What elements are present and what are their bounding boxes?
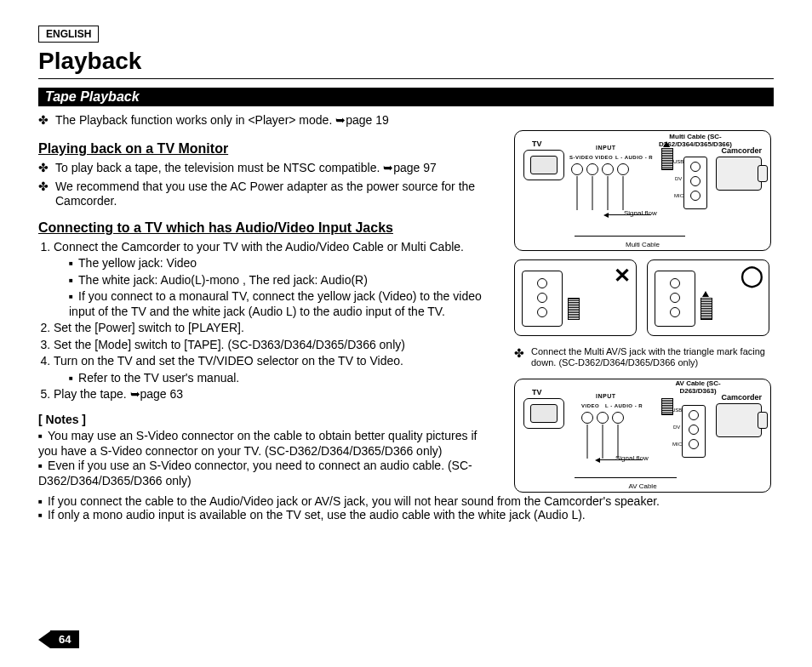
camcorder-icon bbox=[716, 403, 762, 437]
page-number: 64 bbox=[38, 630, 79, 648]
note-item: If you connect the cable to the Audio/Vi… bbox=[38, 494, 774, 508]
step-text: Turn on the TV and set the TV/VIDEO sele… bbox=[54, 354, 403, 368]
mic-label: MIC bbox=[674, 193, 683, 198]
video-label: VIDEO bbox=[595, 155, 613, 160]
step-4: Turn on the TV and set the TV/VIDEO sele… bbox=[54, 354, 499, 385]
triangle-mark-icon bbox=[702, 291, 709, 297]
bullet-icon: ✤ bbox=[38, 161, 50, 176]
right-column: TV Multi Cable (SC-D362/D364/D365/D366) … bbox=[514, 130, 774, 493]
av-plug bbox=[661, 398, 673, 415]
audio-label: L - AUDIO - R bbox=[615, 155, 653, 160]
cable-name: AV Cable bbox=[515, 482, 770, 490]
camcorder-ports bbox=[683, 157, 707, 209]
step1-sublist: The yellow jack: Video The white jack: A… bbox=[54, 256, 499, 319]
svideo-label: S-VIDEO bbox=[569, 155, 593, 160]
diagram-multi-cable: TV Multi Cable (SC-D362/D364/D365/D366) … bbox=[514, 130, 771, 251]
step-2: Set the [Power] switch to [PLAYER]. bbox=[54, 321, 499, 336]
input-label: INPUT bbox=[596, 393, 616, 399]
diagram-av-cable: TV AV Cable (SC-D263/D363) Camcorder INP… bbox=[514, 379, 771, 493]
camcorder-icon bbox=[716, 157, 762, 191]
bullet-icon: ✤ bbox=[38, 180, 50, 209]
bullet-icon: ✤ bbox=[38, 113, 50, 127]
orientation-correct: ◯ bbox=[647, 259, 769, 336]
jack-audio-r bbox=[612, 412, 624, 424]
page-number-value: 64 bbox=[50, 630, 79, 648]
port-panel-icon bbox=[655, 271, 695, 327]
bullet-text: We recommend that you use the AC Power a… bbox=[55, 180, 499, 209]
cable-line bbox=[575, 236, 685, 237]
jack-video bbox=[581, 412, 593, 424]
intro-text: The Playback function works only in <Pla… bbox=[55, 113, 389, 127]
note-item: Even if you use an S-Video connector, yo… bbox=[38, 459, 499, 488]
triangle-mark-icon bbox=[663, 141, 670, 147]
cable-name: Multi Cable bbox=[515, 241, 770, 248]
camcorder-label: Camcorder bbox=[721, 393, 762, 402]
orientation-wrong: ✕ bbox=[514, 259, 637, 336]
jack-audio-l bbox=[597, 412, 609, 424]
bullet-item: ✤ We recommend that you use the AC Power… bbox=[38, 180, 499, 209]
camcorder-label: Camcorder bbox=[721, 146, 762, 155]
step-text: Connect the Camcorder to your TV with th… bbox=[54, 240, 464, 254]
tv-label: TV bbox=[532, 388, 542, 396]
jack-audio-r bbox=[617, 163, 629, 175]
plug-wrong-icon bbox=[568, 298, 580, 320]
tv-label: TV bbox=[532, 140, 542, 148]
audio-label: L - AUDIO - R bbox=[605, 403, 643, 408]
notes-list: You may use an S-Video connector on the … bbox=[38, 429, 499, 488]
subheading-tv-monitor: Playing back on a TV Monitor bbox=[38, 140, 499, 157]
mic-label: MIC bbox=[672, 442, 682, 447]
signal-flow-label: Signal flow bbox=[624, 209, 657, 217]
page-title: Playback bbox=[38, 48, 774, 79]
page-arrow-icon bbox=[38, 631, 50, 648]
step4-sublist: Refer to the TV user's manual. bbox=[54, 371, 499, 386]
tv-icon bbox=[523, 398, 564, 429]
multi-plug bbox=[661, 148, 673, 170]
video-label: VIDEO bbox=[581, 403, 599, 408]
tv-icon bbox=[523, 150, 564, 180]
diagram-orientation: ✕ ◯ bbox=[514, 259, 769, 336]
sub-item: The white jack: Audio(L)-mono , The red … bbox=[69, 273, 499, 288]
sub-item: The yellow jack: Video bbox=[69, 256, 499, 271]
manual-page: ENGLISH Playback Tape Playback ✤ The Pla… bbox=[0, 0, 812, 667]
sub-item: Refer to the TV user's manual. bbox=[69, 371, 499, 386]
section-heading: Tape Playback bbox=[38, 88, 774, 106]
cable-line bbox=[575, 477, 677, 478]
left-column: Playing back on a TV Monitor ✤ To play b… bbox=[38, 130, 499, 493]
step-3: Set the [Mode] switch to [TAPE]. (SC-D36… bbox=[54, 338, 499, 353]
sub-item: If you connect to a monaural TV, connect… bbox=[69, 289, 499, 319]
bullet-item: ✤ To play back a tape, the television mu… bbox=[38, 161, 499, 176]
plug-correct-icon bbox=[700, 298, 712, 320]
x-icon: ✕ bbox=[614, 264, 631, 288]
subheading-connecting: Connecting to a TV which has Audio/Video… bbox=[38, 219, 499, 237]
signal-flow-label: Signal flow bbox=[615, 454, 649, 462]
bullet-text: To play back a tape, the television must… bbox=[55, 161, 437, 176]
note-item: You may use an S-Video connector on the … bbox=[38, 429, 499, 459]
notes-list-wide: If you connect the cable to the Audio/Vi… bbox=[38, 494, 774, 522]
notes-heading: [ Notes ] bbox=[38, 413, 499, 428]
note-item: If only a mono audio input is available … bbox=[38, 508, 774, 522]
port-panel-icon bbox=[522, 271, 563, 327]
jack-audio-l bbox=[602, 163, 614, 175]
dv-label: DV bbox=[675, 176, 682, 181]
jack-svideo bbox=[571, 163, 583, 175]
o-icon: ◯ bbox=[741, 264, 763, 288]
input-label: INPUT bbox=[596, 145, 616, 151]
dv-label: DV bbox=[673, 425, 680, 430]
language-tag: ENGLISH bbox=[38, 26, 99, 43]
camcorder-ports bbox=[682, 405, 706, 458]
step-1: Connect the Camcorder to your TV with th… bbox=[54, 240, 499, 320]
jack-video bbox=[586, 163, 598, 175]
intro-line: ✤ The Playback function works only in <P… bbox=[38, 113, 774, 127]
orientation-note: ✤ Connect the Multi AV/S jack with the t… bbox=[514, 346, 769, 368]
steps-list: Connect the Camcorder to your TV with th… bbox=[38, 240, 499, 402]
usb-label: USB bbox=[673, 159, 683, 164]
bullet-icon: ✤ bbox=[514, 346, 526, 368]
step-5: Play the tape. ➥page 63 bbox=[54, 387, 499, 402]
orientation-note-text: Connect the Multi AV/S jack with the tri… bbox=[531, 346, 769, 368]
